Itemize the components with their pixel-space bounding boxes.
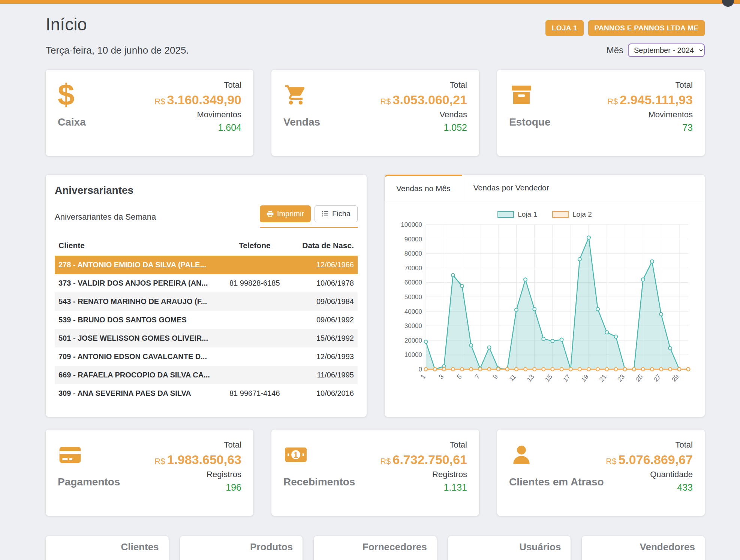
page-header: Início LOJA 1 PANNOS E PANNOS LTDA ME — [46, 4, 705, 36]
table-row[interactable]: 278 - ANTONIO EMIDIO DA SILVA (PALE... 1… — [55, 256, 358, 274]
svg-text:3: 3 — [437, 373, 445, 380]
legend-label-loja2: Loja 2 — [572, 210, 592, 219]
column-header-cliente: Cliente — [55, 235, 215, 256]
client-cell: 709 - ANTONIO EDSON CAVALCANTE D... — [55, 347, 215, 366]
phone-cell — [215, 329, 294, 347]
svg-text:19: 19 — [580, 373, 590, 383]
middle-row: Aniversariantes Aniversariantes da Seman… — [46, 175, 705, 417]
birthdate-cell: 09/06/1984 — [294, 292, 358, 311]
user-avatar[interactable] — [722, 0, 734, 7]
svg-text:30000: 30000 — [404, 322, 422, 329]
store-button[interactable]: LOJA 1 — [545, 20, 584, 36]
stat-card-recebimentos: 1 Recebimentos Total R$6.732.750,61 Regi… — [271, 430, 479, 516]
company-button[interactable]: PANNOS E PANNOS LTDA ME — [588, 20, 705, 36]
birthdays-actions: Imprimir Ficha — [260, 205, 358, 228]
birthdays-subtitle: Aniversariantes da Semana — [55, 212, 156, 228]
date-row: Terça-feira, 10 de junho de 2025. Mês Se… — [46, 43, 705, 57]
stat-card-title: Caixa — [58, 116, 86, 128]
currency-symbol: R$ — [380, 457, 391, 466]
table-row[interactable]: 501 - JOSE WELISSON GOMES OLIVEIR... 15/… — [55, 329, 358, 347]
table-row[interactable]: 669 - RAFAELA PROCOPIO DA SILVA CA... 11… — [55, 366, 358, 384]
birthdays-panel: Aniversariantes Aniversariantes da Seman… — [46, 175, 367, 417]
stat-card-title: Estoque — [509, 116, 550, 128]
summary-card-usuarios[interactable]: Usuários — [448, 536, 571, 560]
stat-card-clientes-em-atraso: Clientes em Atraso Total R$5.076.869,67 … — [497, 430, 705, 516]
stat-card-values: Total R$6.732.750,61 Registros 1.131 — [380, 440, 467, 505]
total-amount: R$1.983.650,63 — [154, 452, 241, 467]
stat-card-caixa: $ Caixa Total R$3.160.349,90 Movimentos … — [46, 70, 253, 156]
summary-card-vendedores[interactable]: Vendedores — [582, 536, 705, 560]
currency-symbol: R$ — [606, 457, 616, 466]
summary-card-fornecedores[interactable]: Fornecedores — [314, 536, 437, 560]
summary-card-clientes[interactable]: Clientes — [46, 536, 169, 560]
column-header-telefone: Telefone — [215, 235, 294, 256]
svg-text:50000: 50000 — [404, 293, 422, 301]
count-label: Movimentos — [154, 110, 241, 120]
print-button[interactable]: Imprimir — [260, 205, 311, 222]
ficha-button[interactable]: Ficha — [315, 205, 358, 222]
table-row[interactable]: 373 - VALDIR DOS ANJOS PEREIRA (AN... 81… — [55, 274, 358, 292]
svg-text:23: 23 — [616, 373, 626, 383]
table-row[interactable]: 543 - RENATO MARINHO DE ARAUJO (F... 09/… — [55, 292, 358, 311]
month-label: Mês — [607, 45, 623, 55]
summary-cards-row: Clientes Produtos Fornecedores Usuários … — [46, 536, 705, 560]
stat-card-left: Clientes em Atraso — [509, 440, 604, 505]
count-value: 196 — [154, 482, 241, 493]
printer-icon — [267, 210, 274, 217]
stat-card-values: Total R$5.076.869,67 Quantidade 433 — [606, 440, 693, 505]
sales-chart-panel: Vendas no Mês Vendas por Vendedor Loja 1… — [385, 175, 705, 417]
client-cell: 501 - JOSE WELISSON GOMES OLIVEIR... — [55, 329, 215, 347]
ficha-button-label: Ficha — [332, 210, 351, 218]
total-label: Total — [607, 80, 693, 90]
stat-card-title: Pagamentos — [58, 476, 120, 488]
client-cell: 278 - ANTONIO EMIDIO DA SILVA (PALE... — [55, 256, 215, 274]
table-row[interactable]: 709 - ANTONIO EDSON CAVALCANTE D... 12/0… — [55, 347, 358, 366]
total-label: Total — [154, 440, 241, 450]
currency-symbol: R$ — [154, 457, 165, 466]
stat-card-title: Vendas — [283, 116, 320, 128]
chart-tabs: Vendas no Mês Vendas por Vendedor — [385, 175, 705, 201]
birthdays-table-body: 278 - ANTONIO EMIDIO DA SILVA (PALE... 1… — [55, 256, 358, 403]
svg-text:7: 7 — [473, 373, 481, 380]
birthdate-cell: 09/06/1992 — [294, 311, 358, 329]
legend-item-loja2[interactable]: Loja 2 — [552, 210, 592, 219]
client-cell: 309 - ANA SEVERINA PAES DA SILVA — [55, 384, 215, 403]
svg-text:60000: 60000 — [404, 279, 422, 286]
stat-card-values: Total R$1.983.650,63 Registros 196 — [154, 440, 241, 505]
phone-cell — [215, 292, 294, 311]
client-cell: 669 - RAFAELA PROCOPIO DA SILVA CA... — [55, 366, 215, 384]
count-label: Registros — [154, 470, 241, 479]
birthdate-cell: 12/06/1966 — [294, 256, 358, 274]
person-icon — [509, 440, 604, 469]
phone-cell — [215, 347, 294, 366]
total-label: Total — [606, 440, 693, 450]
svg-text:17: 17 — [562, 373, 572, 383]
stat-card-left: 1 Recebimentos — [283, 440, 355, 505]
svg-text:20000: 20000 — [404, 337, 422, 344]
stat-card-pagamentos: Pagamentos Total R$1.983.650,63 Registro… — [46, 430, 253, 516]
stat-card-left: Pagamentos — [58, 440, 120, 505]
svg-text:10000: 10000 — [404, 351, 422, 358]
client-cell: 539 - BRUNO DOS SANTOS GOMES — [55, 311, 215, 329]
legend-item-loja1[interactable]: Loja 1 — [497, 210, 537, 219]
summary-card-produtos[interactable]: Produtos — [180, 536, 303, 560]
table-row[interactable]: 539 - BRUNO DOS SANTOS GOMES 09/06/1992 — [55, 311, 358, 329]
summary-card-label: Produtos — [250, 541, 293, 553]
currency-symbol: R$ — [380, 97, 391, 106]
summary-card-label: Vendedores — [640, 541, 695, 553]
chart-body: Loja 1 Loja 2 01000020000300004000050000… — [385, 201, 705, 396]
stat-card-left: Vendas — [283, 80, 320, 145]
table-row[interactable]: 309 - ANA SEVERINA PAES DA SILVA 81 9967… — [55, 384, 358, 403]
phone-cell — [215, 366, 294, 384]
month-select[interactable]: September - 2024 — [628, 43, 705, 57]
column-header-data-nasc: Data de Nasc. — [294, 235, 358, 256]
phone-cell: 81 99671-4146 — [215, 384, 294, 403]
print-button-label: Imprimir — [277, 210, 304, 218]
tab-vendas-por-vendedor[interactable]: Vendas por Vendedor — [462, 175, 560, 201]
tab-vendas-no-mes[interactable]: Vendas no Mês — [385, 175, 462, 201]
stat-card-vendas: Vendas Total R$3.053.060,21 Vendas 1.052 — [271, 70, 479, 156]
currency-symbol: R$ — [607, 97, 618, 106]
phone-cell — [215, 311, 294, 329]
svg-text:70000: 70000 — [404, 265, 422, 272]
stat-card-estoque: Estoque Total R$2.945.111,93 Movimentos … — [497, 70, 705, 156]
